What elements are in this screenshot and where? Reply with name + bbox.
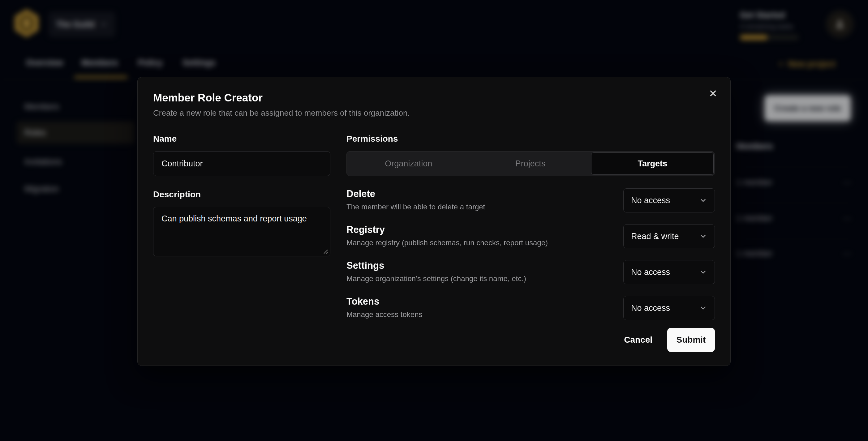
permission-row-delete: Delete The member will be able to delete… xyxy=(346,188,715,213)
permissions-tablist: Organization Projects Targets xyxy=(346,151,715,176)
description-value: Can publish schemas and report usage xyxy=(161,214,307,223)
close-icon[interactable]: ✕ xyxy=(706,87,720,100)
permission-description: Manage registry (publish schemas, run ch… xyxy=(346,239,548,247)
permission-title: Tokens xyxy=(346,296,422,307)
chevron-down-icon xyxy=(699,268,707,276)
name-label: Name xyxy=(153,134,330,144)
dialog-subtitle: Create a new role that can be assigned t… xyxy=(153,108,715,118)
select-value: No access xyxy=(631,267,670,277)
tab-targets[interactable]: Targets xyxy=(591,153,714,175)
tab-organization[interactable]: Organization xyxy=(348,153,470,175)
permission-description: Manage organization's settings (change i… xyxy=(346,274,526,283)
submit-button[interactable]: Submit xyxy=(667,328,715,352)
select-value: Read & write xyxy=(631,232,679,241)
permission-row-tokens: Tokens Manage access tokens No access xyxy=(346,296,715,320)
permission-title: Settings xyxy=(346,260,526,271)
permission-title: Registry xyxy=(346,224,548,235)
permission-row-settings: Settings Manage organization's settings … xyxy=(346,260,715,284)
permission-row-registry: Registry Manage registry (publish schema… xyxy=(346,224,715,248)
registry-access-select[interactable]: Read & write xyxy=(623,224,715,248)
delete-access-select[interactable]: No access xyxy=(623,188,715,213)
permission-title: Delete xyxy=(346,188,485,199)
chevron-down-icon xyxy=(699,232,707,240)
member-role-creator-dialog: Member Role Creator Create a new role th… xyxy=(137,77,731,366)
description-textarea[interactable]: Can publish schemas and report usage xyxy=(153,207,330,256)
permission-description: Manage access tokens xyxy=(346,310,422,319)
select-value: No access xyxy=(631,196,670,206)
tokens-access-select[interactable]: No access xyxy=(623,296,715,320)
app-screen: The Guild Get Started 4 remaining tasks … xyxy=(0,0,868,441)
select-value: No access xyxy=(631,304,670,313)
settings-access-select[interactable]: No access xyxy=(623,260,715,284)
permission-description: The member will be able to delete a targ… xyxy=(346,202,485,211)
cancel-button[interactable]: Cancel xyxy=(624,335,652,345)
resize-handle-icon[interactable] xyxy=(321,247,328,254)
name-input-value: Contributor xyxy=(161,159,203,168)
name-input[interactable]: Contributor xyxy=(153,151,330,176)
chevron-down-icon xyxy=(699,304,707,312)
dialog-title: Member Role Creator xyxy=(153,92,715,104)
tab-projects[interactable]: Projects xyxy=(470,153,591,175)
chevron-down-icon xyxy=(699,196,707,204)
description-label: Description xyxy=(153,190,330,199)
permissions-label: Permissions xyxy=(346,134,715,144)
